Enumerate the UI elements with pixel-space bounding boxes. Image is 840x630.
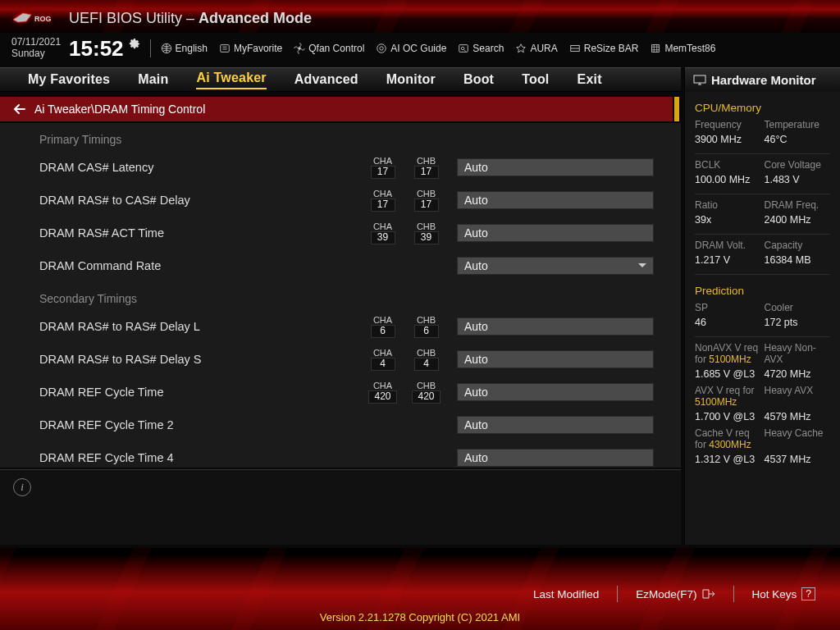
ezmode-button[interactable]: EzMode(F7) xyxy=(623,588,728,600)
svg-rect-6 xyxy=(459,45,468,52)
row-ref-cycle[interactable]: DRAM REF Cycle Time CHA420 CHB420 Auto xyxy=(0,376,681,409)
field-ref-cycle-4[interactable]: Auto xyxy=(457,449,654,467)
monitor-icon xyxy=(693,75,706,86)
hw-heavy-nonavx: 4720 MHz xyxy=(765,368,831,380)
search-button[interactable]: Search xyxy=(458,43,504,54)
hotkeys-button[interactable]: Hot Keys ? xyxy=(739,587,829,600)
main-tabs: My Favorites Main Ai Tweaker Advanced Mo… xyxy=(0,67,681,92)
svg-point-3 xyxy=(299,47,302,50)
tab-aitweaker[interactable]: Ai Tweaker xyxy=(196,71,266,89)
qfan-button[interactable]: Qfan Control xyxy=(294,43,364,54)
breadcrumb-text: Ai Tweaker\DRAM Timing Control xyxy=(34,103,205,116)
hw-cooler: 172 pts xyxy=(765,317,831,328)
last-modified-button[interactable]: Last Modified xyxy=(520,588,612,600)
svg-rect-9 xyxy=(652,45,660,52)
field-ras-to-ras-l[interactable]: Auto xyxy=(457,317,654,336)
tab-main[interactable]: Main xyxy=(138,72,168,87)
clock-settings-icon[interactable] xyxy=(129,38,140,49)
section-primary: Primary Timings xyxy=(0,123,681,151)
hw-section-prediction: Prediction xyxy=(695,285,830,297)
field-cas-latency[interactable]: Auto xyxy=(457,158,654,176)
row-ras-to-ras-s[interactable]: DRAM RAS# to RAS# Delay S CHA4 CHB4 Auto xyxy=(0,343,681,376)
settings-pane: Primary Timings DRAM CAS# Latency CHA17 … xyxy=(0,123,681,468)
tab-monitor[interactable]: Monitor xyxy=(386,72,436,87)
hw-capacity: 16384 MB xyxy=(765,254,831,266)
hardware-monitor-title: Hardware Monitor xyxy=(685,67,840,92)
hw-heavy-avx: 4579 MHz xyxy=(765,411,831,422)
info-icon: i xyxy=(13,478,31,496)
hw-temperature: 46°C xyxy=(765,134,831,145)
section-secondary: Secondary Timings xyxy=(0,282,681,310)
field-command-rate[interactable]: Auto xyxy=(457,257,654,275)
app-title: UEFI BIOS Utility – Advanced Mode xyxy=(69,10,312,27)
hw-heavy-cache: 4537 MHz xyxy=(765,454,831,465)
tab-tool[interactable]: Tool xyxy=(522,72,549,87)
tab-boot[interactable]: Boot xyxy=(463,72,494,87)
svg-point-7 xyxy=(462,47,465,50)
aura-button[interactable]: AURA xyxy=(515,43,557,54)
tab-exit[interactable]: Exit xyxy=(578,72,602,87)
memtest-button[interactable]: MemTest86 xyxy=(650,43,715,54)
hw-dram-volt: 1.217 V xyxy=(695,254,761,266)
version-text: Version 2.21.1278 Copyright (C) 2021 AMI xyxy=(0,611,840,623)
svg-rect-2 xyxy=(221,45,230,52)
row-ref-cycle-2[interactable]: DRAM REF Cycle Time 2 Auto xyxy=(0,409,681,441)
back-icon[interactable] xyxy=(13,103,26,115)
breadcrumb: Ai Tweaker\DRAM Timing Control xyxy=(0,97,673,121)
row-ras-to-cas[interactable]: DRAM RAS# to CAS# Delay CHA17 CHB17 Auto xyxy=(0,184,681,217)
field-ref-cycle[interactable]: Auto xyxy=(457,383,654,401)
scroll-indicator[interactable] xyxy=(674,97,679,121)
field-ras-to-ras-s[interactable]: Auto xyxy=(457,350,654,368)
bottom-bar: Last Modified EzMode(F7) Hot Keys ? Vers… xyxy=(0,548,840,630)
hw-sp: 46 xyxy=(695,317,761,328)
row-ref-cycle-4[interactable]: DRAM REF Cycle Time 4 Auto xyxy=(0,441,681,468)
row-ras-act[interactable]: DRAM RAS# ACT Time CHA39 CHB39 Auto xyxy=(0,217,681,249)
hw-section-cpu: CPU/Memory xyxy=(695,102,830,114)
tab-advanced[interactable]: Advanced xyxy=(294,72,358,87)
field-ref-cycle-2[interactable]: Auto xyxy=(457,416,654,434)
date-block: 07/11/2021 Sunday xyxy=(11,37,61,60)
hardware-monitor-panel: Hardware Monitor CPU/Memory FrequencyTem… xyxy=(684,67,840,545)
language-button[interactable]: English xyxy=(161,43,208,54)
title-bar: ROG UEFI BIOS Utility – Advanced Mode xyxy=(0,7,840,30)
exit-icon xyxy=(702,589,715,599)
aioc-button[interactable]: AI OC Guide xyxy=(376,43,446,54)
hw-ratio: 39x xyxy=(695,214,761,226)
row-ras-to-ras-l[interactable]: DRAM RAS# to RAS# Delay L CHA6 CHB6 Auto xyxy=(0,310,681,343)
resizebar-button[interactable]: ReSize BAR xyxy=(569,43,639,54)
hw-dram-freq: 2400 MHz xyxy=(765,214,831,226)
hw-cache-vreq: 1.312 V @L3 xyxy=(695,454,761,465)
info-row: 07/11/2021 Sunday 15:52 English MyFavori… xyxy=(0,36,840,61)
hw-bclk: 100.00 MHz xyxy=(695,174,761,185)
row-cas-latency[interactable]: DRAM CAS# Latency CHA17 CHB17 Auto xyxy=(0,151,681,184)
hw-nonavx-vreq: 1.685 V @L3 xyxy=(695,368,761,380)
field-ras-to-cas[interactable]: Auto xyxy=(457,191,654,209)
svg-text:ROG: ROG xyxy=(34,15,52,23)
clock: 15:52 xyxy=(69,36,124,62)
field-ras-act[interactable]: Auto xyxy=(457,224,654,242)
tab-myfavorites[interactable]: My Favorites xyxy=(28,72,110,87)
help-footer: i xyxy=(0,469,681,545)
hw-frequency: 3900 MHz xyxy=(695,134,761,145)
svg-rect-10 xyxy=(694,75,705,83)
hw-avx-vreq: 1.700 V @L3 xyxy=(695,411,761,422)
svg-point-5 xyxy=(380,47,383,50)
row-command-rate[interactable]: DRAM Command Rate Auto xyxy=(0,249,681,282)
myfavorite-button[interactable]: MyFavorite xyxy=(219,43,282,54)
rog-logo: ROG xyxy=(11,9,61,27)
hw-core-voltage: 1.483 V xyxy=(765,174,831,185)
svg-point-4 xyxy=(377,44,386,53)
